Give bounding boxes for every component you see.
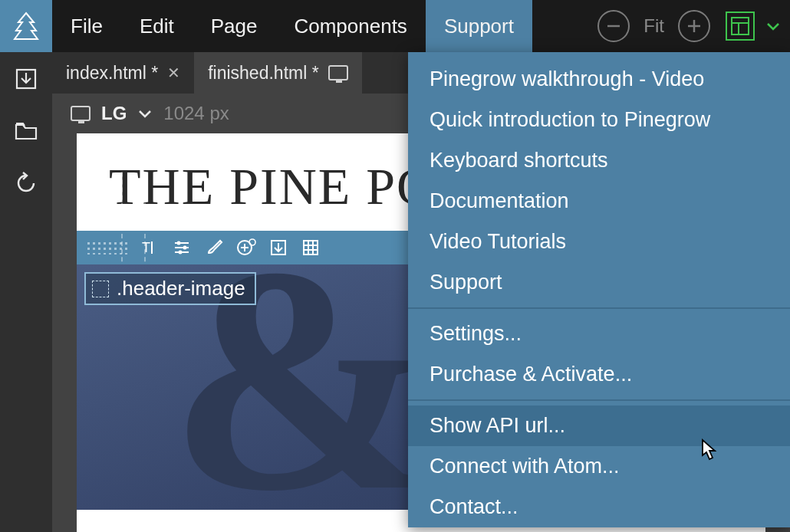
close-icon[interactable]: ✕	[167, 64, 180, 82]
dd-item-connect-atom[interactable]: Connect with Atom...	[408, 446, 790, 487]
selected-element-label: .header-image	[117, 277, 245, 300]
menubar: File Edit Page Components Support Fit	[0, 0, 790, 52]
zoom-in-button[interactable]	[678, 10, 710, 42]
selected-element-tag[interactable]: .header-image	[84, 272, 256, 305]
dd-item-settings[interactable]: Settings...	[408, 314, 790, 354]
zoom-out-button[interactable]	[597, 10, 630, 42]
left-sidebar	[0, 52, 52, 532]
chevron-down-icon[interactable]	[137, 108, 153, 119]
viewport-device-label[interactable]: LG	[101, 103, 127, 124]
import-icon[interactable]	[13, 66, 39, 92]
tab-finished-html[interactable]: finished.html *	[194, 52, 361, 94]
dd-item-contact[interactable]: Contact...	[408, 487, 790, 527]
dd-item-show-api-url[interactable]: Show API url...	[408, 406, 790, 446]
device-icon	[71, 106, 91, 121]
minus-icon	[605, 18, 622, 34]
dd-item-quick-intro[interactable]: Quick introduction to Pinegrow	[408, 100, 790, 140]
dd-item-purchase[interactable]: Purchase & Activate...	[408, 354, 790, 395]
menu-items: File Edit Page Components Support	[52, 0, 532, 52]
menu-item-page[interactable]: Page	[193, 0, 276, 52]
support-dropdown: Pinegrow walkthrough - Video Quick intro…	[408, 52, 790, 527]
menu-item-file[interactable]: File	[52, 0, 121, 52]
dd-item-video-tutorials[interactable]: Video Tutorials	[408, 222, 790, 262]
dd-item-shortcuts[interactable]: Keyboard shortcuts	[408, 140, 790, 181]
svg-rect-3	[732, 18, 749, 34]
dropdown-separator	[408, 399, 790, 401]
dd-item-support[interactable]: Support	[408, 262, 790, 303]
text-tool-icon[interactable]: T	[140, 238, 160, 258]
dd-item-documentation[interactable]: Documentation	[408, 181, 790, 222]
viewport-size-label: 1024 px	[163, 103, 229, 124]
tab-label: index.html *	[66, 63, 158, 84]
zoom-fit-label[interactable]: Fit	[636, 15, 672, 37]
menu-item-support[interactable]: Support	[426, 0, 532, 52]
tab-label: finished.html *	[208, 63, 318, 84]
selection-icon	[92, 281, 109, 297]
menubar-right: Fit	[597, 0, 790, 52]
folder-icon[interactable]	[13, 118, 39, 144]
layout-dropdown-chevron-icon[interactable]	[765, 16, 781, 36]
toggle-layout-button[interactable]	[726, 11, 755, 41]
dd-item-walkthrough[interactable]: Pinegrow walkthrough - Video	[408, 52, 790, 100]
undo-icon[interactable]	[13, 170, 39, 196]
decorative-ampersand: &	[169, 218, 437, 532]
tab-index-html[interactable]: index.html * ✕	[52, 52, 194, 94]
svg-text:T: T	[142, 240, 150, 255]
menu-item-edit[interactable]: Edit	[121, 0, 193, 52]
monitor-icon	[328, 65, 348, 80]
pinecone-icon	[11, 11, 41, 41]
app-logo[interactable]	[0, 0, 52, 52]
dropdown-separator	[408, 307, 790, 309]
plus-icon	[686, 18, 703, 34]
layout-icon	[730, 16, 750, 36]
menu-item-components[interactable]: Components	[275, 0, 425, 52]
